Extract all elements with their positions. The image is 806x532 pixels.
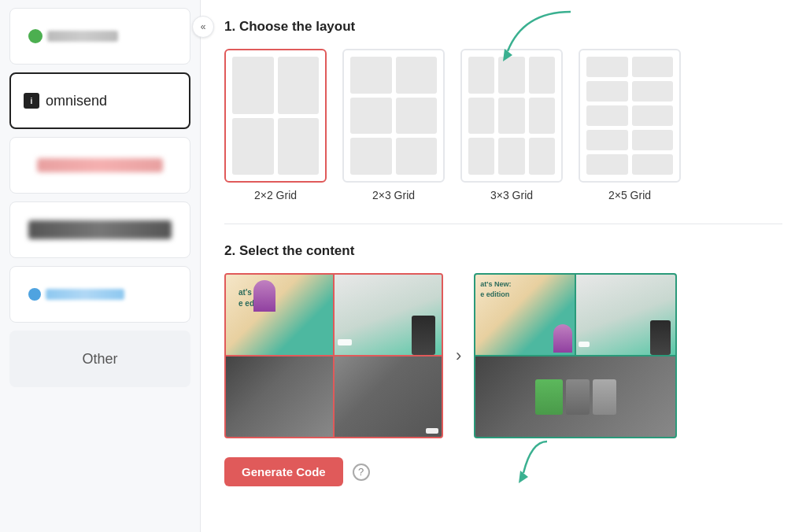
grid-cell xyxy=(278,57,320,114)
omnisend-icon: i xyxy=(24,93,39,109)
grid-cell xyxy=(586,105,628,126)
layout-card-2x3[interactable] xyxy=(342,49,445,183)
person-figure-r xyxy=(553,324,572,353)
grid-cell xyxy=(468,98,494,135)
grid-cell xyxy=(396,138,438,175)
omnisend-label: omnisend xyxy=(46,93,107,109)
preview-cell-tl: at's New:e edition xyxy=(226,275,333,355)
sidebar-item-4-content xyxy=(28,220,172,239)
grid-cell xyxy=(350,138,392,175)
layout-name-2x2: 2×2 Grid xyxy=(254,189,297,201)
sidebar: i omnisend Other xyxy=(0,0,201,532)
section-divider xyxy=(224,224,782,224)
generate-code-button[interactable]: Generate Code xyxy=(224,457,343,486)
sidebar-item-other[interactable]: Other xyxy=(9,331,190,387)
content-section-title: 2. Select the content xyxy=(224,243,782,259)
source-preview-box[interactable]: at's New:e edition xyxy=(224,273,443,438)
layout-name-2x3: 2×3 Grid xyxy=(372,189,415,201)
layout-options: 2×2 Grid 2×3 Grid xyxy=(224,49,782,201)
arrow-to-layout xyxy=(468,8,594,63)
cell-bg xyxy=(335,357,442,437)
layout-card-2x2[interactable] xyxy=(224,49,327,183)
grid-cell xyxy=(586,81,628,102)
sidebar-item-3-content xyxy=(37,158,163,172)
cell-bg xyxy=(335,275,442,355)
grid-cell xyxy=(396,57,438,94)
grid-cell xyxy=(529,138,555,175)
cell-text: at's New:e edition xyxy=(232,281,279,316)
preview-arrow: › xyxy=(456,345,461,366)
sidebar-item-1-label xyxy=(47,31,118,42)
grid-cell xyxy=(529,98,555,135)
result-cell-tr xyxy=(576,275,675,355)
person-dark-r xyxy=(650,320,671,355)
result-cell-tl: at's New:e edition xyxy=(475,275,575,355)
grid-cell xyxy=(498,138,524,175)
sidebar-item-1-content xyxy=(28,27,172,46)
sidebar-item-3[interactable] xyxy=(9,137,190,194)
help-icon-button[interactable]: ? xyxy=(353,464,370,481)
grid-cell xyxy=(632,57,674,77)
grid-cell xyxy=(632,130,674,150)
layout-option-2x2[interactable]: 2×2 Grid xyxy=(224,49,327,201)
sidebar-item-5[interactable] xyxy=(9,266,190,323)
preview-cell-bl xyxy=(226,357,333,437)
grid-cell xyxy=(586,154,628,175)
sidebar-collapse-button[interactable]: « xyxy=(192,16,214,38)
grid-cell xyxy=(632,105,674,126)
grid-cell xyxy=(232,57,274,114)
sidebar-item-1[interactable] xyxy=(9,8,190,65)
person-light xyxy=(593,379,616,415)
grid-cell xyxy=(468,138,494,175)
sidebar-item-4[interactable] xyxy=(9,201,190,258)
fb-badge-tr-r xyxy=(579,342,590,347)
help-icon-label: ? xyxy=(358,466,364,478)
grid-cell xyxy=(632,154,674,175)
grid-cell xyxy=(278,118,320,175)
grid-cell xyxy=(350,57,392,94)
layout-name-2x5: 2×5 Grid xyxy=(608,189,651,201)
content-preview: at's New:e edition xyxy=(224,273,782,438)
grid-cell xyxy=(498,98,524,135)
grid-cell xyxy=(586,130,628,150)
layout-name-3x3: 3×3 Grid xyxy=(490,189,533,201)
layout-card-3x3[interactable] xyxy=(460,49,563,183)
fb-badge-tr xyxy=(338,339,352,345)
result-preview-box[interactable]: at's New:e edition xyxy=(474,273,677,438)
preview-cell-br xyxy=(335,357,442,437)
sidebar-item-omnisend[interactable]: i omnisend xyxy=(9,72,190,129)
preview-cell-tr xyxy=(335,275,442,355)
layout-option-2x3[interactable]: 2×3 Grid xyxy=(342,49,445,201)
person-figure xyxy=(253,280,275,312)
person-green xyxy=(535,379,563,415)
person-dark-2 xyxy=(566,379,590,415)
main-content: 1. Choose the layout 2×2 Grid xyxy=(201,0,806,532)
fb-badge-br xyxy=(426,428,438,434)
content-section: 2. Select the content at's New:e edition xyxy=(224,243,782,438)
person-dark xyxy=(412,316,435,355)
blue-dot-icon xyxy=(28,288,41,301)
cell-bg xyxy=(226,357,333,437)
grid-cell xyxy=(632,81,674,102)
grid-cell xyxy=(396,98,438,135)
sidebar-item-5-label xyxy=(46,289,124,300)
layout-option-3x3[interactable]: 3×3 Grid xyxy=(460,49,563,201)
generate-section: Generate Code ? xyxy=(224,457,782,486)
grid-cell xyxy=(350,98,392,135)
other-label: Other xyxy=(82,351,117,368)
collapse-icon: « xyxy=(201,21,206,32)
layout-card-2x5[interactable] xyxy=(579,49,681,183)
layout-option-2x5[interactable]: 2×5 Grid xyxy=(579,49,681,201)
green-dot-icon xyxy=(28,29,43,43)
result-cell-bottom xyxy=(475,357,675,437)
grid-cell xyxy=(232,118,274,175)
